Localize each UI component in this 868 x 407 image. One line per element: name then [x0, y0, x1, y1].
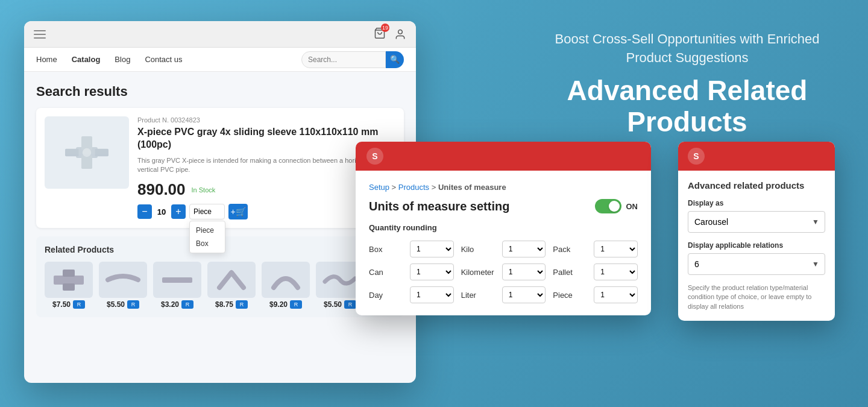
svg-rect-6 [81, 156, 92, 169]
hero-subtitle: Boost Cross-Sell Opportunities with Enri… [542, 30, 832, 68]
arp-display-relations-select[interactable]: 6 4 8 [688, 253, 825, 275]
related-item-image [262, 262, 310, 298]
modal-breadcrumb: Setup > Products > Unites of measure [369, 183, 638, 192]
related-product-svg-3 [159, 267, 195, 294]
related-product-svg-6 [322, 267, 358, 294]
related-items: $7.50 R $5.50 R [45, 262, 395, 309]
qty-rounding-label: Quantity rounding [369, 223, 638, 232]
related-product-svg-2 [105, 267, 141, 294]
related-price-row: $3.20 R [153, 300, 201, 309]
hamburger-icon[interactable] [34, 30, 46, 39]
uom-select-can[interactable]: 1 [410, 263, 454, 280]
user-icon[interactable] [394, 28, 406, 40]
related-item-image [153, 262, 201, 298]
search-button[interactable]: 🔍 [386, 51, 404, 68]
arp-panel: S Advanced related products Display as C… [678, 142, 835, 321]
product-image [45, 116, 129, 189]
uom-label-piece: Piece [553, 291, 589, 300]
unit-select[interactable]: Piece Box [189, 204, 225, 219]
related-price-3: $3.20 [161, 300, 179, 309]
unit-option-box[interactable]: Box [190, 237, 225, 250]
related-add-btn-4[interactable]: R [236, 300, 248, 309]
uom-label-box: Box [369, 245, 405, 254]
search-bar: 🔍 [301, 51, 404, 68]
uom-row: Pallet 1 [553, 263, 638, 280]
modal-title: Units of measure setting [369, 200, 509, 213]
add-to-cart-button[interactable]: +🛒 [228, 204, 248, 219]
arp-display-relations-label: Display applicable relations [688, 241, 825, 250]
svg-rect-4 [95, 149, 109, 157]
quantity-value: 10 [156, 207, 168, 216]
svg-rect-11 [162, 277, 192, 283]
product-svg [60, 128, 114, 177]
related-item: $9.20 R [262, 262, 310, 309]
search-input[interactable] [301, 51, 386, 68]
browser-toolbar: 19 [24, 21, 416, 48]
modal-logo: S [366, 148, 383, 165]
svg-point-7 [83, 148, 91, 157]
nav-contact[interactable]: Contact us [145, 55, 182, 64]
browser-nav: Home Catalog Blog Contact us 🔍 [24, 48, 416, 72]
uom-label-day: Day [369, 291, 405, 300]
uom-row: Kilometer 1 [461, 263, 546, 280]
arp-display-as-wrapper: Carousel Grid List ▼ [688, 211, 825, 233]
related-add-btn-1[interactable]: R [73, 300, 85, 309]
related-add-btn-6[interactable]: R [344, 300, 356, 309]
svg-rect-3 [65, 149, 79, 157]
related-price-4: $8.75 [215, 300, 233, 309]
arp-help-text: Specify the product relation type/materi… [688, 283, 825, 311]
uom-grid: Box 1 Kilo 1 Pack 1 Can 1 Kilometer 1 Pa… [369, 241, 638, 303]
uom-select-day[interactable]: 1 [410, 286, 454, 303]
arp-title: Advanced related products [688, 180, 825, 191]
related-price-2: $5.50 [107, 300, 125, 309]
related-price-5: $9.20 [269, 300, 288, 309]
quantity-decrease-button[interactable]: − [137, 204, 152, 219]
uom-select-liter[interactable]: 1 [502, 286, 546, 303]
related-item: $3.20 R [153, 262, 201, 309]
related-add-btn-2[interactable]: R [127, 300, 139, 309]
product-card: Product N. 00324823 X-piece PVC gray 4x … [36, 108, 404, 228]
toggle-track[interactable] [595, 199, 621, 213]
toggle-thumb [609, 201, 620, 212]
uom-select-piece[interactable]: 1 [594, 286, 638, 303]
uom-select-box[interactable]: 1 [410, 241, 454, 257]
cart-badge: 19 [381, 24, 389, 32]
quantity-increase-button[interactable]: + [171, 204, 186, 219]
unit-select-wrapper: Piece Box Piece Box [189, 204, 225, 219]
related-price-row: $5.50 R [99, 300, 147, 309]
uom-select-pallet[interactable]: 1 [594, 263, 638, 280]
related-item-image [99, 262, 147, 298]
breadcrumb-setup[interactable]: Setup [369, 183, 389, 192]
related-add-btn-3[interactable]: R [181, 300, 193, 309]
arp-display-as-select[interactable]: Carousel Grid List [688, 211, 825, 233]
related-price-row: $8.75 R [207, 300, 256, 309]
svg-point-1 [398, 30, 403, 34]
arp-display-as-label: Display as [688, 199, 825, 207]
nav-blog[interactable]: Blog [115, 55, 130, 64]
related-item: $8.75 R [207, 262, 256, 309]
product-number: Product N. 00324823 [137, 116, 395, 124]
related-price-1: $7.50 [52, 300, 71, 309]
related-price-row: $7.50 R [45, 300, 93, 309]
related-product-svg-5 [268, 267, 304, 294]
uom-row: Kilo 1 [461, 241, 546, 257]
nav-home[interactable]: Home [36, 55, 57, 64]
modal-title-row: Units of measure setting ON [369, 199, 638, 213]
cart-icon-wrapper[interactable]: 19 [374, 27, 386, 42]
uom-select-kilo[interactable]: 1 [502, 241, 546, 257]
in-stock-badge: In Stock [192, 186, 216, 194]
uom-select-kilometer[interactable]: 1 [502, 263, 546, 280]
nav-catalog[interactable]: Catalog [72, 55, 101, 64]
breadcrumb-products[interactable]: Products [398, 183, 429, 192]
toggle-switch[interactable]: ON [595, 199, 638, 213]
related-product-svg-1 [51, 267, 87, 294]
modal-body: Setup > Products > Unites of measure Uni… [356, 171, 651, 315]
unit-option-piece[interactable]: Piece [190, 224, 225, 237]
related-add-btn-5[interactable]: R [290, 300, 302, 309]
arp-logo: S [688, 148, 705, 165]
product-price: 890.00 [137, 180, 186, 199]
svg-rect-10 [63, 283, 75, 291]
uom-select-pack[interactable]: 1 [594, 241, 638, 257]
uom-label-liter: Liter [461, 291, 497, 300]
related-item-image [207, 262, 256, 298]
